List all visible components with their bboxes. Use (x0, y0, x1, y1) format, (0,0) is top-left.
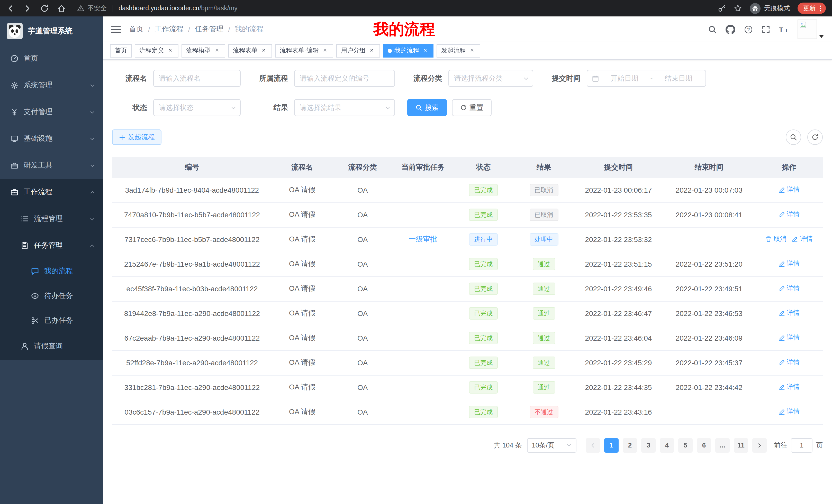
bookmark-star-icon[interactable] (734, 4, 742, 12)
process-name-input[interactable] (153, 70, 241, 87)
page-button-4[interactable]: 4 (660, 438, 674, 452)
sidebar-item-label: 任务管理 (34, 241, 63, 250)
close-icon[interactable]: × (321, 47, 329, 54)
sidebar-fold-icon[interactable] (111, 25, 121, 34)
goto-page-input[interactable] (791, 438, 812, 452)
cancel-button[interactable]: 取消 (765, 235, 786, 244)
forward-icon[interactable] (23, 4, 32, 12)
detail-button[interactable]: 详情 (779, 358, 800, 367)
sidebar-item-todo-task[interactable]: 待办任务 (0, 284, 103, 308)
next-page-button[interactable] (752, 438, 767, 452)
detail-label: 详情 (787, 259, 800, 268)
page-size-select[interactable]: 10条/页 (527, 438, 576, 452)
back-icon[interactable] (6, 4, 15, 12)
browser-chrome: 不安全 dashboard.yudao.iocoder.cn/bpm/task/… (0, 0, 832, 17)
cell-status: 已完成 (453, 276, 514, 301)
detail-button[interactable]: 详情 (779, 186, 800, 194)
refresh-table-button[interactable] (807, 130, 823, 145)
screen: 不安全 dashboard.yudao.iocoder.cn/bpm/task/… (0, 0, 832, 504)
tag-view-tab[interactable]: 我的流程× (383, 44, 434, 57)
close-icon[interactable]: × (422, 47, 429, 54)
page-button-6[interactable]: 6 (697, 438, 711, 452)
tag-view-tab[interactable]: 首页 (110, 44, 132, 57)
cell-actions: 详情 (755, 178, 823, 202)
sidebar-item-devtools[interactable]: 研发工具 (0, 152, 103, 179)
detail-button[interactable]: 详情 (791, 235, 813, 244)
search-button[interactable]: 搜索 (407, 99, 447, 116)
close-icon[interactable]: × (260, 47, 267, 54)
cell-submit-time: 2022-01-22 23:53:35 (574, 202, 663, 227)
sidebar-item-infrastructure[interactable]: 基础设施 (0, 125, 103, 152)
cell-process-name: OA 请假 (272, 375, 333, 400)
status-select-input[interactable] (153, 99, 241, 116)
tag-view-tab[interactable]: 发起流程× (437, 44, 480, 57)
sidebar-item-system[interactable]: 系统管理 (0, 72, 103, 99)
github-icon[interactable] (726, 24, 735, 34)
close-icon[interactable]: × (213, 47, 220, 54)
more-pages-button[interactable]: ... (715, 438, 730, 452)
key-icon[interactable] (718, 4, 726, 12)
question-icon[interactable]: ? (744, 25, 753, 34)
toggle-search-button[interactable] (786, 130, 801, 145)
sidebar-item-payment[interactable]: 支付管理 (0, 99, 103, 125)
fontsize-icon[interactable]: TT (779, 24, 789, 34)
cell-status: 已完成 (453, 375, 514, 400)
tag-view-tab[interactable]: 用户分组× (336, 44, 380, 57)
tag-view-tab[interactable]: 流程模型× (182, 44, 225, 57)
detail-button[interactable]: 详情 (779, 210, 800, 219)
close-icon[interactable]: × (368, 47, 375, 54)
start-process-button[interactable]: 发起流程 (112, 130, 161, 145)
browser-home-icon[interactable] (57, 4, 66, 12)
detail-button[interactable]: 详情 (779, 309, 800, 317)
edit-icon (779, 310, 785, 316)
status-select[interactable] (153, 99, 241, 116)
cell-actions: 详情 (755, 252, 823, 276)
avatar[interactable] (798, 20, 817, 39)
submit-time-range-picker[interactable]: 开始日期 - 结束日期 (587, 70, 706, 87)
sidebar-item-leave-query[interactable]: 请假查询 (0, 333, 103, 360)
detail-button[interactable]: 详情 (779, 259, 800, 268)
process-definition-input[interactable] (294, 70, 395, 87)
sidebar-item-task-manage[interactable]: 任务管理 (0, 232, 103, 259)
detail-button[interactable]: 详情 (779, 333, 800, 342)
tag-view-tab[interactable]: 流程表单-编辑× (275, 44, 333, 57)
result-select[interactable] (294, 99, 395, 116)
prev-page-button[interactable] (586, 438, 600, 452)
close-icon[interactable]: × (468, 47, 476, 54)
breadcrumb-item[interactable]: 首页 (129, 25, 144, 34)
detail-button[interactable]: 详情 (779, 383, 800, 391)
close-icon[interactable]: × (166, 47, 174, 54)
sidebar-item-workflow[interactable]: 工作流程 (0, 179, 103, 205)
browser-update-button[interactable]: 更新 (798, 3, 826, 14)
page-button-5[interactable]: 5 (678, 438, 693, 452)
page-button-1[interactable]: 1 (604, 438, 619, 452)
app-logo[interactable]: 芋道管理系统 (0, 17, 103, 45)
reset-button[interactable]: 重置 (452, 99, 492, 116)
more-vert-icon[interactable] (816, 4, 824, 12)
category-select-input[interactable] (448, 70, 533, 87)
tag-view-tab[interactable]: 流程表单× (228, 44, 272, 57)
sidebar-item-my-process[interactable]: 我的流程 (0, 259, 103, 284)
page-button-2[interactable]: 2 (623, 438, 637, 452)
result-badge: 通过 (532, 283, 555, 295)
address-bar[interactable]: 不安全 dashboard.yudao.iocoder.cn/bpm/task/… (77, 4, 238, 12)
detail-button[interactable]: 详情 (779, 284, 800, 293)
user-avatar-dropdown[interactable] (798, 20, 824, 39)
update-label: 更新 (803, 4, 815, 12)
tag-view-tab[interactable]: 流程定义× (135, 44, 178, 57)
detail-button[interactable]: 详情 (779, 408, 800, 416)
current-task-link[interactable]: 一级审批 (409, 235, 437, 243)
sidebar-item-process-manage[interactable]: 流程管理 (0, 205, 103, 232)
category-select[interactable] (448, 70, 533, 87)
page-button-3[interactable]: 3 (641, 438, 656, 452)
result-select-input[interactable] (294, 99, 395, 116)
sidebar-item-done-task[interactable]: 已办任务 (0, 308, 103, 333)
sidebar-item-home[interactable]: 首页 (0, 45, 103, 72)
breadcrumb-item[interactable]: 任务管理 (195, 25, 224, 34)
page-button-11[interactable]: 11 (734, 438, 748, 452)
logo-avatar (7, 23, 23, 39)
breadcrumb-item[interactable]: 工作流程 (155, 25, 184, 34)
reload-icon[interactable] (40, 4, 49, 12)
search-icon[interactable] (708, 25, 717, 34)
fullscreen-icon[interactable] (761, 25, 770, 34)
